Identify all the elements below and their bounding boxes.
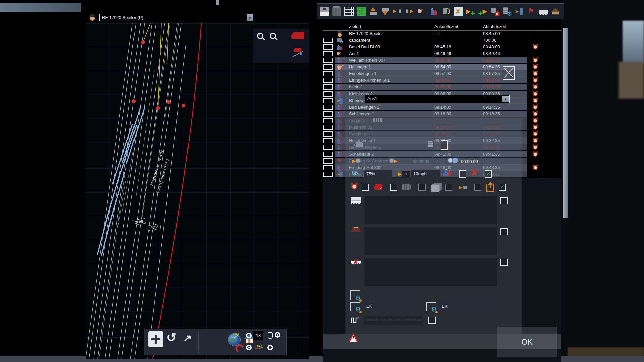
alarm-clock-icon[interactable] <box>351 183 358 190</box>
mouse-radio[interactable] <box>275 332 280 338</box>
row-selector-checkbox[interactable] <box>323 145 333 150</box>
stack-icon[interactable] <box>431 185 439 192</box>
raise-icon[interactable] <box>369 7 378 16</box>
measure-radio[interactable] <box>246 333 252 338</box>
exit-arrow-icon[interactable] <box>486 184 494 192</box>
row-selector-checkbox[interactable] <box>323 51 333 56</box>
ts14-radio[interactable] <box>267 345 273 350</box>
table-row[interactable]: Weil am Rhein 007 08:51:00 08:51:35 <box>335 57 561 64</box>
ts14-icon[interactable]: TS14 <box>255 344 262 347</box>
row-selector-checkbox[interactable] <box>323 78 333 83</box>
passengers-icon[interactable] <box>429 7 438 16</box>
table-row[interactable]: Haltingen 1 08:54:00 08:54:35 <box>335 64 561 70</box>
row-selector-checkbox[interactable] <box>323 105 333 110</box>
passenger-checkbox[interactable] <box>459 170 466 178</box>
dialog-scrollbar[interactable] <box>563 28 568 218</box>
table-row[interactable]: Efringen-Kirchen 601 09:00:00 09:01:00 <box>335 77 561 84</box>
destination-dropdown[interactable]: Ans1 <box>365 95 510 103</box>
expand-icon[interactable] <box>454 7 463 16</box>
door-checkbox[interactable] <box>441 140 448 150</box>
platform-list[interactable] <box>364 196 497 225</box>
measure-3d-icon[interactable]: 3D <box>234 332 239 336</box>
magnet-radio[interactable] <box>246 345 252 350</box>
departure-clock-icon[interactable] <box>389 158 399 164</box>
row-selector-checkbox[interactable] <box>323 91 333 97</box>
save-icon[interactable] <box>320 7 329 16</box>
stack-checkbox[interactable] <box>445 184 452 191</box>
passengers-icon[interactable] <box>443 168 452 177</box>
table-row[interactable]: Istein 1 09:03:00 09:03:35 <box>335 84 561 90</box>
close-icon[interactable] <box>503 66 515 80</box>
alarm-checkbox[interactable] <box>362 184 369 191</box>
pan-mode-button[interactable] <box>148 331 163 347</box>
insert-right-icon[interactable] <box>393 7 402 16</box>
contact-field-empty[interactable] <box>364 290 421 299</box>
zoom-in-icon[interactable]: + <box>257 32 265 41</box>
grid-size-field[interactable]: 18 <box>253 331 263 340</box>
move-object-icon[interactable]: ↗ <box>183 333 192 344</box>
row-selector-checkbox[interactable] <box>323 172 333 177</box>
insert-left-icon[interactable] <box>405 7 414 16</box>
covered-platform-checkbox[interactable] <box>500 228 508 235</box>
rotate-icon[interactable]: ↺ <box>166 330 176 345</box>
chevron-down-icon[interactable] <box>247 14 253 21</box>
no-platform-checkbox[interactable] <box>500 259 508 266</box>
document-icon[interactable] <box>428 141 433 147</box>
signal-icon-large[interactable] <box>291 32 304 39</box>
train-remove-icon[interactable] <box>490 7 499 16</box>
row-selector-checkbox[interactable] <box>323 138 333 143</box>
play-checkbox[interactable] <box>474 184 481 191</box>
row-selector-checkbox[interactable] <box>323 38 333 43</box>
wait-clocks-icon[interactable] <box>448 157 459 164</box>
depot-icon[interactable] <box>551 7 560 16</box>
grid-icon[interactable] <box>344 7 354 16</box>
lower-icon[interactable] <box>381 7 390 16</box>
row-selector-checkbox[interactable] <box>323 98 333 103</box>
zoom-out-icon[interactable]: − <box>269 32 278 41</box>
percent-field[interactable]: 75% <box>364 170 392 178</box>
row-selector-checkbox[interactable] <box>323 125 333 130</box>
row-selector-checkbox[interactable] <box>323 165 333 170</box>
flag-icon[interactable] <box>527 7 536 16</box>
covered-platform-list[interactable] <box>364 226 497 255</box>
table-row[interactable]: Ans1 08:49:46 08:49:46 <box>335 50 561 57</box>
vehicle-checkbox[interactable] <box>418 184 426 191</box>
track-map[interactable]: Staatsgrenze DE-CH Staatsgrenze CH-DE 26… <box>86 23 309 359</box>
table-row[interactable]: Bad Bellingen 2 09:14:00 09:14:35 <box>335 104 561 111</box>
signal-checkbox[interactable] <box>390 184 397 191</box>
row-selector-checkbox[interactable] <box>323 64 333 70</box>
row-selector-checkbox[interactable] <box>323 152 333 157</box>
train-settings-icon[interactable] <box>502 7 512 16</box>
exit-checkbox[interactable] <box>499 184 506 191</box>
guid-field[interactable]: 00000000-0000-0000-0000-000000000000 <box>364 316 422 325</box>
delete-icon[interactable] <box>332 7 341 16</box>
row-selector-checkbox[interactable] <box>323 158 333 164</box>
ok-button[interactable]: OK <box>497 327 557 357</box>
no-platform-list[interactable] <box>364 257 497 286</box>
row-selector-checkbox[interactable] <box>323 118 333 123</box>
route-append-icon[interactable] <box>478 7 487 16</box>
ek-field-right[interactable]: EK <box>439 302 496 311</box>
keyboard-icon[interactable] <box>539 10 548 15</box>
play-pause-icon[interactable] <box>459 184 469 190</box>
row-selector-checkbox[interactable] <box>323 44 333 50</box>
ek-field-left[interactable]: EK <box>364 302 421 311</box>
vehicle-icon[interactable] <box>402 184 411 190</box>
table-row[interactable]: Schliengen 1 09:18:00 09:18:35 <box>335 111 561 117</box>
row-selector-checkbox[interactable] <box>323 71 333 76</box>
chevron-down-icon[interactable] <box>502 96 509 102</box>
row-selector-checkbox[interactable] <box>323 111 333 117</box>
hand-icon[interactable] <box>417 7 426 16</box>
fuel-icon[interactable] <box>442 7 451 16</box>
route-add-icon[interactable] <box>466 7 475 16</box>
speed-field[interactable]: 10mph <box>411 170 440 178</box>
row-selector-checkbox[interactable] <box>323 84 333 90</box>
table-row[interactable]: Eimeldingen 1 08:57:00 08:57:35 <box>335 70 561 77</box>
guid-checkbox[interactable] <box>428 317 436 324</box>
enter-icon[interactable] <box>515 7 524 16</box>
confirm-checkbox[interactable] <box>485 170 492 178</box>
grid-green-icon[interactable] <box>357 7 366 16</box>
row-selector-checkbox[interactable] <box>323 58 333 63</box>
table-row[interactable]: RE 17020 Spieler --:--:-- 08:45:00 <box>335 30 561 37</box>
signal-icon-small[interactable] <box>293 48 301 52</box>
